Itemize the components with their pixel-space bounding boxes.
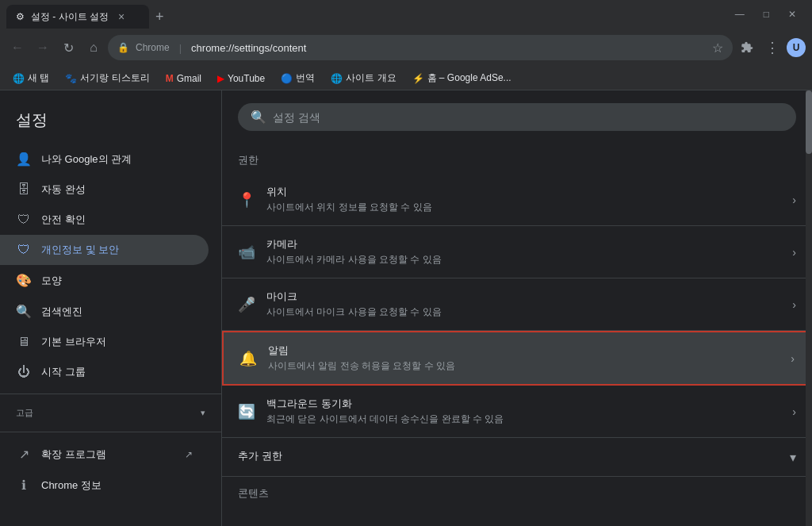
tab-close-button[interactable]: × [118, 10, 124, 23]
bookmark-tistory[interactable]: 🐾 서기랑 티스토리 [59, 70, 155, 86]
advanced-label: 고급 [16, 407, 33, 419]
microphone-name: 마이크 [266, 290, 786, 304]
bookmark-translate-label: 번역 [296, 71, 315, 85]
lock-icon: 🔒 [117, 42, 129, 53]
sidebar-item-google[interactable]: 👤 나와 Google의 관계 [0, 144, 209, 175]
search-engine-icon: 🔍 [16, 304, 32, 319]
new-tab-button[interactable]: + [149, 6, 170, 29]
person-icon: 👤 [16, 152, 32, 167]
content-area: 🔍 권한 📍 위치 사이트에서 위치 정보를 요청할 수 있음 › 📹 카메 [222, 90, 812, 526]
youtube-icon: ▶ [217, 73, 224, 84]
microphone-icon: 🎤 [238, 296, 266, 313]
bookmark-gmail[interactable]: M Gmail [159, 71, 208, 86]
active-tab[interactable]: ⚙ 설정 - 사이트 설정 × [6, 5, 149, 29]
search-box[interactable]: 🔍 [238, 103, 796, 131]
permission-location-text: 위치 사이트에서 위치 정보를 요청할 수 있음 [266, 185, 786, 214]
sidebar-item-extensions[interactable]: ↗ 확장 프로그램 ↗ [0, 439, 209, 470]
sidebar-item-privacy-label: 개인정보 및 보안 [41, 243, 119, 257]
notifications-arrow: › [791, 352, 795, 365]
gmail-icon: M [166, 73, 174, 84]
camera-icon: 📹 [238, 244, 266, 261]
location-desc: 사이트에서 위치 정보를 요청할 수 있음 [266, 201, 786, 214]
extensions-icon: ↗ [16, 447, 32, 462]
addressbar: ← → ↻ ⌂ 🔒 Chrome | chrome://settings/con… [0, 29, 812, 67]
bookmark-site-overview-label: 사이트 개요 [346, 71, 396, 85]
startup-icon: ⏻ [16, 365, 32, 379]
sidebar-item-startup-label: 시작 그룹 [41, 365, 86, 379]
sidebar-item-search[interactable]: 🔍 검색엔진 [0, 296, 209, 327]
autofill-icon: 🗄 [16, 182, 32, 197]
minimize-button[interactable]: — [726, 0, 754, 29]
location-name: 위치 [266, 185, 786, 199]
sidebar-item-startup[interactable]: ⏻ 시작 그룹 [0, 357, 209, 387]
menu-button[interactable]: ⋮ [761, 36, 783, 59]
sidebar-item-appearance-label: 모양 [41, 274, 62, 288]
sidebar-item-extensions-label: 확장 프로그램 [41, 447, 106, 462]
browser-icon: 🖥 [16, 335, 32, 349]
profile-avatar[interactable]: U [787, 38, 806, 57]
notifications-name: 알림 [268, 344, 784, 358]
scrollbar-track[interactable] [806, 90, 812, 526]
permission-notifications[interactable]: 🔔 알림 사이트에서 알림 전송 허용을 요청할 수 있음 › [222, 331, 812, 386]
close-button[interactable]: ✕ [779, 0, 806, 29]
additional-expand-icon: ▾ [790, 450, 796, 465]
bookmark-new-tab[interactable]: 🌐 새 탭 [6, 70, 56, 86]
bookmark-youtube-label: YouTube [228, 73, 265, 84]
forward-button[interactable]: → [32, 36, 54, 59]
permission-camera[interactable]: 📹 카메라 사이트에서 카메라 사용을 요청할 수 있음 › [222, 226, 812, 278]
back-button[interactable]: ← [6, 36, 29, 59]
site-overview-icon: 🌐 [331, 73, 343, 84]
appearance-icon: 🎨 [16, 273, 32, 288]
scrollbar-thumb[interactable] [806, 90, 812, 154]
sidebar-item-safety[interactable]: 🛡 안전 확인 [0, 205, 209, 235]
url-display[interactable]: chrome://settings/content [191, 42, 306, 54]
search-input[interactable] [273, 111, 783, 124]
sidebar-divider-2 [0, 432, 221, 432]
microphone-arrow: › [792, 298, 796, 311]
tistory-icon: 🐾 [65, 73, 77, 84]
content-wrapper: 🔍 권한 📍 위치 사이트에서 위치 정보를 요청할 수 있음 › 📹 카메 [222, 90, 812, 526]
background-sync-arrow: › [792, 405, 796, 418]
location-arrow: › [792, 194, 796, 206]
background-sync-name: 백그라운드 동기화 [266, 397, 786, 411]
sidebar-divider-1 [0, 394, 221, 394]
sidebar-item-autofill-label: 자동 완성 [41, 182, 86, 197]
bookmark-star-icon[interactable]: ☆ [712, 40, 723, 56]
permission-notifications-text: 알림 사이트에서 알림 전송 허용을 요청할 수 있음 [268, 344, 784, 373]
sidebar-item-appearance[interactable]: 🎨 모양 [0, 265, 209, 296]
bookmark-tistory-label: 서기랑 티스토리 [80, 71, 149, 85]
camera-arrow: › [792, 246, 796, 259]
permission-microphone[interactable]: 🎤 마이크 사이트에서 마이크 사용을 요청할 수 있음 › [222, 278, 812, 331]
home-button[interactable]: ⌂ [82, 36, 105, 59]
sidebar-item-autofill[interactable]: 🗄 자동 완성 [0, 175, 209, 205]
sidebar-item-browser[interactable]: 🖥 기본 브라우저 [0, 327, 209, 357]
permission-camera-text: 카메라 사이트에서 카메라 사용을 요청할 수 있음 [266, 237, 786, 267]
window-controls: — □ ✕ [726, 0, 806, 29]
sidebar-advanced-section[interactable]: 고급 ▾ [0, 401, 221, 425]
bookmark-site-overview[interactable]: 🌐 사이트 개요 [324, 70, 402, 86]
permission-location[interactable]: 📍 위치 사이트에서 위치 정보를 요청할 수 있음 › [222, 174, 812, 226]
sidebar-title: 설정 [0, 103, 221, 144]
location-icon: 📍 [238, 191, 266, 209]
bookmark-youtube[interactable]: ▶ YouTube [211, 71, 271, 86]
permission-background-sync[interactable]: 🔄 백그라운드 동기화 최근에 닫은 사이트에서 데이터 송수신을 완료할 수 … [222, 386, 812, 438]
google-ads-icon: ⚡ [412, 73, 424, 84]
url-separator: | [179, 42, 182, 54]
tab-title: 설정 - 사이트 설정 [31, 10, 109, 24]
bookmark-translate[interactable]: 🔵 번역 [274, 70, 321, 86]
sidebar-item-privacy[interactable]: 🛡 개인정보 및 보안 [0, 235, 209, 265]
refresh-button[interactable]: ↻ [57, 36, 79, 59]
notification-icon: 🔔 [239, 350, 268, 367]
extensions-button[interactable] [736, 36, 758, 59]
maximize-button[interactable]: □ [754, 0, 779, 29]
tab-bar: ⚙ 설정 - 사이트 설정 × + [6, 0, 726, 29]
sidebar-item-chrome-info[interactable]: ℹ Chrome 정보 [0, 470, 209, 501]
permissions-section-label: 권한 [222, 144, 812, 174]
omnibox[interactable]: 🔒 Chrome | chrome://settings/content ☆ [108, 35, 733, 60]
microphone-desc: 사이트에서 마이크 사용을 요청할 수 있음 [266, 305, 786, 319]
privacy-icon: 🛡 [16, 243, 32, 257]
contents-section-label: 콘텐츠 [222, 477, 812, 507]
bookmark-google-ads[interactable]: ⚡ 홈 – Google AdSe... [406, 70, 518, 86]
sidebar: 설정 👤 나와 Google의 관계 🗄 자동 완성 🛡 안전 확인 🛡 개인정… [0, 90, 222, 526]
additional-permissions-section[interactable]: 추가 권한 ▾ [222, 438, 812, 477]
